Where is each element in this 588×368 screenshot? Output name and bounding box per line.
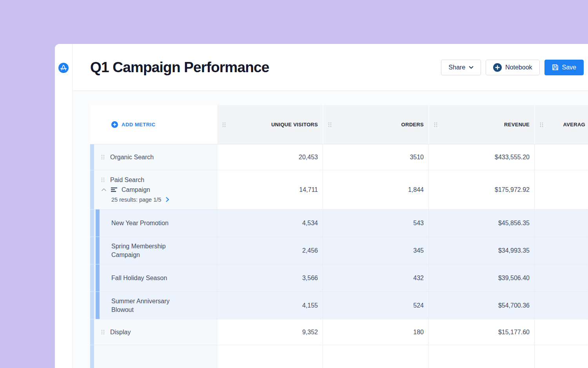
drag-handle-icon[interactable] — [328, 122, 332, 127]
column-header-revenue[interactable]: REVENUE — [428, 105, 534, 144]
row-indicator-bar — [90, 144, 94, 170]
drag-handle-icon[interactable] — [101, 155, 105, 160]
value-cell: 4,155 — [217, 292, 323, 319]
column-header-label: UNIQUE VISITORS — [271, 122, 318, 128]
value-cell: 20,453 — [217, 144, 323, 170]
row-indicator-bar — [90, 345, 94, 368]
subrow-indicator-bar — [96, 292, 100, 319]
value-cell — [534, 170, 588, 209]
row-label: Summer Anniversary Blowout — [111, 297, 189, 314]
row-label: Fall Holiday Season — [111, 274, 167, 282]
value-cell — [534, 264, 588, 291]
row-indicator-bar — [90, 264, 94, 291]
value-cell: $175,972.92 — [428, 170, 534, 209]
value-cell: $433,555.20 — [428, 144, 534, 170]
value-cell — [323, 345, 428, 368]
value-cell: 4,534 — [217, 210, 323, 237]
subrow-indicator-bar — [96, 237, 100, 264]
group-by-icon[interactable] — [111, 187, 117, 192]
main-area: Q1 Campaign Performance Share — [73, 44, 588, 368]
notebook-button[interactable]: Notebook — [486, 60, 540, 75]
add-metric-button[interactable]: ADD METRIC — [90, 105, 217, 144]
table-row[interactable] — [90, 345, 588, 368]
left-sidebar — [55, 44, 73, 368]
row-label-cell: Organic Search — [90, 144, 217, 170]
row-label-line: New Year Promotion — [90, 219, 169, 228]
row-label: New Year Promotion — [111, 219, 169, 228]
row-label: Paid Search — [110, 176, 144, 184]
plus-circle-icon — [493, 63, 502, 72]
row-label-line: Spring Membership Campaign — [90, 242, 189, 259]
column-header-label: ORDERS — [401, 122, 424, 128]
column-header-label: AVERAG — [563, 122, 585, 128]
group-by-label: Campaign — [122, 186, 150, 194]
row-label: Organic Search — [110, 153, 154, 162]
drag-handle-icon[interactable] — [101, 330, 105, 335]
pagination-text: 25 results: page 1/5 — [111, 197, 161, 203]
row-label-line: Display — [90, 328, 131, 337]
app-logo-icon[interactable] — [58, 63, 69, 73]
value-cell: $15,177.60 — [428, 319, 534, 345]
app-window: Q1 Campaign Performance Share — [55, 44, 588, 368]
results-table: ADD METRIC UNIQUE VISITORSORDERSREVENUEA… — [90, 105, 588, 368]
share-button[interactable]: Share — [441, 60, 481, 75]
row-indicator-bar — [90, 210, 94, 237]
table-row[interactable]: Organic Search20,4533510$433,555.20 — [90, 144, 588, 170]
save-button[interactable]: Save — [544, 60, 584, 75]
row-indicator-bar — [90, 292, 94, 319]
row-label-line: Organic Search — [90, 153, 154, 162]
table-row[interactable]: Fall Holiday Season3,566432$39,506.40 — [90, 264, 588, 292]
notebook-label: Notebook — [505, 64, 532, 71]
value-cell — [534, 144, 588, 170]
drag-handle-icon[interactable] — [540, 122, 543, 127]
value-cell: 9,352 — [217, 319, 323, 345]
column-header-orders[interactable]: ORDERS — [323, 105, 428, 144]
table-row[interactable]: New Year Promotion4,534543$45,856.35 — [90, 210, 588, 237]
column-header-averag[interactable]: AVERAG — [534, 105, 588, 144]
table-row[interactable]: Display9,352180$15,177.60 — [90, 319, 588, 345]
row-label-line: Fall Holiday Season — [90, 274, 167, 282]
next-page-chevron-icon[interactable] — [166, 197, 169, 202]
row-label-line: Paid Search — [101, 175, 169, 185]
row-label-cell — [90, 345, 217, 368]
value-cell — [534, 345, 588, 368]
drag-handle-icon[interactable] — [101, 177, 105, 182]
row-label-cell: Display — [90, 319, 217, 345]
value-cell: 524 — [323, 292, 428, 319]
table-row[interactable]: Paid SearchCampaign25 results: page 1/51… — [90, 170, 588, 210]
value-cell: 2,456 — [217, 237, 323, 264]
value-cell — [217, 345, 323, 368]
table-row[interactable]: Summer Anniversary Blowout4,155524$54,70… — [90, 292, 588, 319]
row-label-cell: Paid SearchCampaign25 results: page 1/5 — [90, 170, 217, 209]
page-title: Q1 Campaign Performance — [90, 59, 269, 76]
save-icon — [552, 64, 559, 71]
value-cell: 1,844 — [323, 170, 428, 209]
value-cell: 3510 — [323, 144, 428, 170]
value-cell: 3,566 — [217, 264, 323, 291]
subrow-indicator-bar — [96, 264, 100, 291]
add-icon — [111, 121, 118, 128]
row-label-cell: Fall Holiday Season — [90, 264, 217, 291]
row-label-cell: Summer Anniversary Blowout — [90, 292, 217, 319]
drag-handle-icon[interactable] — [434, 122, 437, 127]
table-row[interactable]: Spring Membership Campaign2,456345$34,99… — [90, 237, 588, 264]
collapse-chevron-up-icon[interactable] — [101, 188, 107, 191]
row-indicator-bar — [90, 237, 94, 264]
row-indicator-bar — [90, 170, 94, 209]
row-label: Display — [110, 328, 131, 337]
subrow-indicator-bar — [96, 210, 100, 237]
value-cell: 432 — [323, 264, 428, 291]
value-cell: 180 — [323, 319, 428, 345]
value-cell — [534, 292, 588, 319]
value-cell: 14,711 — [217, 170, 323, 209]
column-header-unique-visitors[interactable]: UNIQUE VISITORS — [217, 105, 323, 144]
value-cell: $39,506.40 — [428, 264, 534, 291]
group-by-line: Campaign — [101, 185, 169, 195]
drag-handle-icon[interactable] — [222, 122, 226, 127]
table-header-row: ADD METRIC UNIQUE VISITORSORDERSREVENUEA… — [90, 105, 588, 144]
value-cell — [534, 319, 588, 345]
header-actions: Share Notebook — [441, 60, 584, 75]
value-cell — [534, 237, 588, 264]
row-label-cell: Spring Membership Campaign — [90, 237, 217, 264]
pagination-line: 25 results: page 1/5 — [101, 195, 169, 204]
